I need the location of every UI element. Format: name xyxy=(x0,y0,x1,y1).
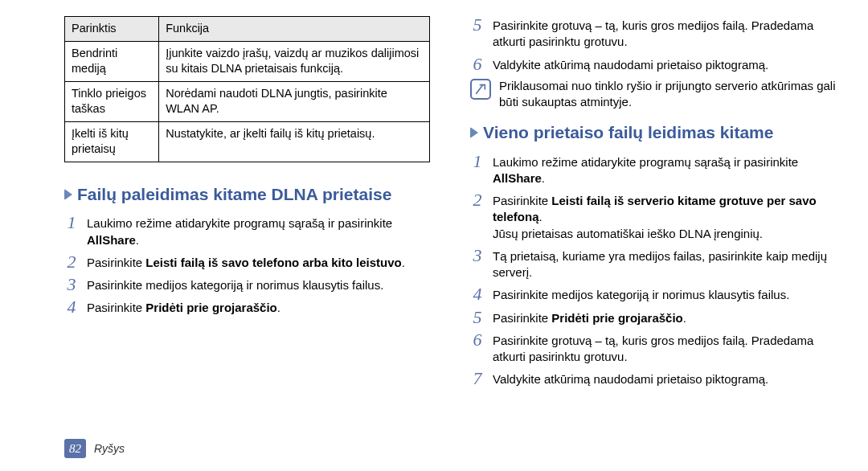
step-number: 6 xyxy=(470,331,485,349)
left-steps: 1 Laukimo režime atidarykite programų są… xyxy=(64,214,430,316)
step-number: 6 xyxy=(470,55,485,73)
step-number: 5 xyxy=(470,16,485,34)
table-row: Tinklo prieigos taškas Norėdami naudoti … xyxy=(65,81,430,121)
step-number: 7 xyxy=(470,370,485,387)
step-number: 3 xyxy=(64,276,79,293)
note-text: Priklausomai nuo tinklo ryšio ir prijung… xyxy=(499,78,836,111)
step-text: Valdykite atkūrimą naudodami prietaiso p… xyxy=(493,370,836,387)
step-number: 4 xyxy=(470,285,485,303)
step-text: Pasirinkite medijos kategoriją ir norimu… xyxy=(87,276,430,293)
chevron-right-icon xyxy=(64,189,72,200)
table-header-option: Parinktis xyxy=(65,17,159,42)
page-number: 82 xyxy=(64,439,86,458)
step-number: 1 xyxy=(64,214,79,231)
table-row: Įkelti iš kitų prietaisų Nustatykite, ar… xyxy=(65,121,430,162)
step-number: 1 xyxy=(470,153,485,170)
footer-section: Ryšys xyxy=(94,442,125,455)
step-number: 4 xyxy=(64,298,79,316)
note-callout: Priklausomai nuo tinklo ryšio ir prijung… xyxy=(470,78,836,111)
page-footer: 82 Ryšys xyxy=(64,439,125,458)
step-number: 2 xyxy=(64,253,79,271)
step-text: Valdykite atkūrimą naudodami prietaiso p… xyxy=(493,55,836,73)
step-text: Laukimo režime atidarykite programų sąra… xyxy=(87,214,430,248)
right-top-steps: 5 Pasirinkite grotuvą – tą, kuris gros m… xyxy=(470,16,836,73)
step-text: Laukimo režime atidarykite programų sąra… xyxy=(493,153,836,187)
note-icon xyxy=(470,79,491,100)
step-text: Pasirinkite Pridėti prie grojaraščio. xyxy=(493,309,836,326)
section-title-left: Failų paleidimas kitame DLNA prietaise xyxy=(64,183,430,206)
section-title-right: Vieno prietaiso failų leidimas kitame xyxy=(470,121,836,144)
step-number: 2 xyxy=(470,191,485,209)
step-text: Pasirinkite grotuvą – tą, kuris gros med… xyxy=(493,331,836,366)
options-table: Parinktis Funkcija Bendrinti mediją Įjun… xyxy=(64,16,430,162)
step-text: Tą prietaisą, kuriame yra medijos failas… xyxy=(493,247,836,281)
step-text: Pasirinkite Pridėti prie grojaraščio. xyxy=(87,298,430,316)
step-text: Pasirinkite medijos kategoriją ir norimu… xyxy=(493,285,836,303)
table-header-function: Funkcija xyxy=(159,17,430,42)
step-number: 3 xyxy=(470,247,485,264)
step-text: Pasirinkite Leisti failą iš serverio kit… xyxy=(493,191,836,242)
step-text: Pasirinkite grotuvą – tą, kuris gros med… xyxy=(493,16,836,51)
chevron-right-icon xyxy=(470,127,478,138)
step-text: Pasirinkite Leisti failą iš savo telefon… xyxy=(87,253,430,271)
step-number: 5 xyxy=(470,309,485,326)
table-row: Bendrinti mediją Įjunkite vaizdo įrašų, … xyxy=(65,41,430,81)
right-steps: 1 Laukimo režime atidarykite programų są… xyxy=(470,153,836,388)
